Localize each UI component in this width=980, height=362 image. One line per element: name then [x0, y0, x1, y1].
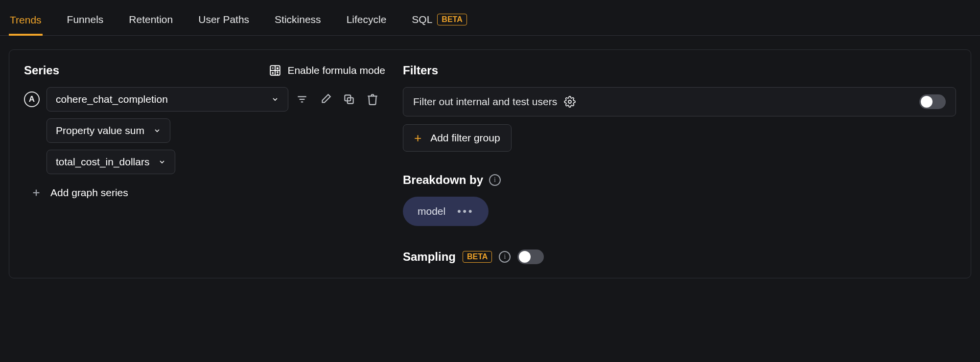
breakdown-pill[interactable]: model •••	[403, 197, 489, 226]
tab-funnels[interactable]: Funnels	[66, 10, 105, 35]
formula-label: Enable formula mode	[287, 65, 385, 76]
series-letter-badge: A	[24, 91, 40, 107]
query-panel: Series	[9, 49, 971, 278]
internal-filter-row: Filter out internal and test users	[403, 87, 956, 116]
series-event-value: cohere_chat_completion	[56, 93, 168, 105]
aggregation-value: Property value sum	[56, 125, 144, 136]
filters-column: Filters Filter out internal and test use…	[403, 64, 956, 264]
tabs-bar: Trends Funnels Retention User Paths Stic…	[0, 0, 980, 36]
add-filter-label: Add filter group	[430, 132, 500, 144]
beta-badge: BETA	[437, 14, 467, 25]
tab-label: User Paths	[198, 14, 249, 25]
plus-icon	[31, 187, 42, 198]
toggle-knob	[519, 251, 531, 263]
property-select[interactable]: total_cost_in_dollars	[47, 150, 175, 174]
tab-label: Trends	[10, 14, 42, 26]
copy-icon[interactable]	[342, 92, 356, 106]
series-column: Series	[24, 64, 385, 264]
trash-icon[interactable]	[366, 92, 379, 106]
enable-formula-button[interactable]: Enable formula mode	[269, 64, 385, 77]
tab-sql[interactable]: SQL BETA	[411, 10, 467, 35]
series-event-select[interactable]: cohere_chat_completion	[47, 87, 288, 112]
series-title: Series	[24, 64, 59, 77]
tab-retention[interactable]: Retention	[128, 10, 174, 35]
tab-lifecycle[interactable]: Lifecycle	[346, 10, 388, 35]
aggregation-select[interactable]: Property value sum	[47, 118, 170, 143]
internal-filter-toggle[interactable]	[919, 94, 946, 109]
add-series-label: Add graph series	[50, 187, 128, 199]
info-icon[interactable]: i	[489, 174, 501, 186]
tab-trends[interactable]: Trends	[9, 10, 43, 36]
chevron-down-icon	[158, 158, 166, 166]
edit-icon[interactable]	[319, 92, 332, 106]
tab-label: Stickiness	[275, 14, 321, 25]
tab-label: Funnels	[67, 14, 104, 25]
formula-icon	[269, 64, 281, 77]
plus-icon: +	[414, 132, 421, 144]
svg-point-18	[568, 100, 571, 103]
add-filter-group-button[interactable]: + Add filter group	[403, 124, 512, 152]
tab-user-paths[interactable]: User Paths	[197, 10, 250, 35]
internal-filter-label: Filter out internal and test users	[413, 96, 557, 108]
sampling-toggle[interactable]	[517, 249, 544, 264]
breakdown-title: Breakdown by	[403, 173, 483, 187]
chevron-down-icon	[271, 95, 279, 103]
add-series-button[interactable]: Add graph series	[31, 187, 385, 199]
breakdown-value: model	[418, 205, 445, 217]
filter-icon[interactable]	[295, 92, 309, 106]
gear-icon[interactable]	[564, 96, 576, 108]
tab-label: SQL	[412, 14, 432, 25]
tab-label: Retention	[129, 14, 173, 25]
svg-point-9	[278, 71, 278, 72]
sampling-title: Sampling	[403, 250, 456, 264]
toggle-knob	[921, 96, 933, 108]
tab-label: Lifecycle	[347, 14, 387, 25]
info-icon[interactable]: i	[499, 251, 511, 263]
more-icon[interactable]: •••	[457, 205, 474, 217]
tab-stickiness[interactable]: Stickiness	[274, 10, 322, 35]
filters-title: Filters	[403, 64, 438, 77]
series-row: A cohere_chat_completion	[24, 87, 385, 112]
svg-point-10	[278, 74, 278, 75]
property-value: total_cost_in_dollars	[56, 156, 149, 168]
beta-badge: BETA	[463, 251, 492, 263]
chevron-down-icon	[153, 127, 161, 135]
